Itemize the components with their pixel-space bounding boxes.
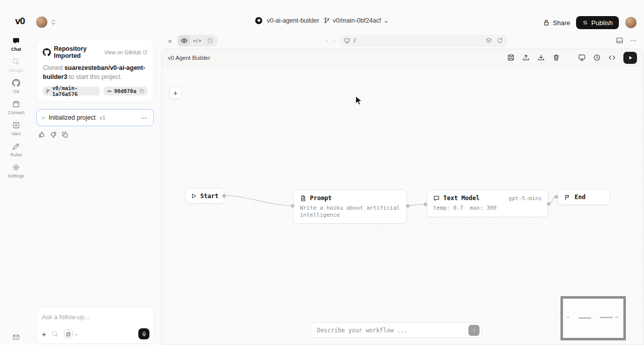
workspace-avatar[interactable] bbox=[36, 16, 48, 28]
thumbs-up-icon[interactable] bbox=[38, 131, 45, 138]
code-view-icon[interactable]: </> bbox=[191, 36, 203, 46]
port-start-out[interactable] bbox=[222, 194, 226, 198]
version-tag: v1 bbox=[100, 115, 106, 121]
branch-selector[interactable]: v0/main-0bf24acf ⌄ bbox=[324, 17, 388, 24]
node-end[interactable]: End bbox=[557, 189, 610, 205]
chevron-right-icon[interactable]: > bbox=[42, 115, 45, 121]
top-bar: v0 v0-ai-agent-builder v0/main-0bf24acf … bbox=[0, 0, 644, 32]
app-title: v0 Agent Builder bbox=[168, 55, 210, 61]
lock-icon bbox=[543, 19, 550, 26]
download-icon[interactable] bbox=[537, 54, 545, 61]
branch-badge-label: v0/main-1a76a576 bbox=[52, 85, 97, 97]
user-avatar[interactable] bbox=[625, 17, 637, 29]
publish-button[interactable]: Publish bbox=[576, 16, 619, 29]
upload-icon[interactable] bbox=[522, 54, 530, 61]
share-button[interactable]: Share bbox=[543, 19, 571, 27]
followup-toolbar: + @ ⌄ bbox=[42, 328, 149, 339]
add-node-button[interactable]: + bbox=[169, 86, 182, 99]
rail-label: Git bbox=[13, 89, 19, 94]
layers-icon[interactable] bbox=[486, 37, 492, 44]
chat-bubble-icon bbox=[433, 195, 440, 202]
builder-toolbar bbox=[507, 52, 637, 64]
publish-label: Publish bbox=[591, 19, 613, 27]
nav-back-icon[interactable]: ‹ bbox=[326, 37, 328, 44]
port-model-in[interactable] bbox=[424, 203, 427, 206]
feedback-mail-icon[interactable] bbox=[13, 333, 20, 341]
node-title: Prompt bbox=[310, 195, 332, 202]
node-description: Write a haiku about artificial intellige… bbox=[300, 205, 400, 219]
attach-plus-icon[interactable]: + bbox=[42, 330, 46, 338]
git-commit-icon bbox=[107, 88, 112, 94]
app-frame: v0 Agent Builder bbox=[162, 49, 643, 345]
rail-label: Connect bbox=[8, 110, 25, 115]
preview-more-icon[interactable]: ⋯ bbox=[630, 37, 637, 44]
port-prompt-out[interactable] bbox=[406, 204, 410, 208]
project-name[interactable]: v0-ai-agent-builder bbox=[267, 17, 319, 24]
mouse-cursor bbox=[355, 96, 364, 107]
v0-app: v0 v0-ai-agent-builder v0/main-0bf24acf … bbox=[0, 0, 644, 362]
workspace-switcher-icon[interactable] bbox=[50, 19, 56, 26]
code-icon[interactable] bbox=[608, 54, 616, 61]
mention-source-selector[interactable]: @ ⌄ bbox=[64, 329, 78, 338]
canvas-minimap[interactable] bbox=[560, 296, 626, 340]
layout-panel-icon[interactable] bbox=[616, 37, 623, 44]
nav-forward-icon[interactable]: › bbox=[333, 37, 335, 44]
v0-logo[interactable]: v0 bbox=[15, 16, 25, 27]
commit-badge[interactable]: 90d070a bbox=[104, 86, 147, 96]
design-mode-icon[interactable] bbox=[51, 330, 59, 338]
port-end-in[interactable] bbox=[554, 195, 558, 199]
workflow-canvas[interactable]: + Start Prompt Write a haiku about artif… bbox=[162, 66, 643, 344]
rail-item-chat[interactable]: Chat bbox=[11, 37, 21, 52]
workflow-prompt-input[interactable] bbox=[317, 327, 468, 334]
node-title: Start bbox=[200, 193, 218, 200]
copy-commit-icon[interactable] bbox=[139, 88, 144, 94]
collapse-panel-icon[interactable]: « bbox=[168, 37, 172, 45]
version-row-initialized-project[interactable]: > Initialized project v1 ⋯ bbox=[36, 109, 154, 126]
refresh-icon[interactable] bbox=[497, 37, 503, 44]
gear-icon bbox=[12, 163, 20, 171]
database-view-icon[interactable] bbox=[204, 36, 216, 46]
rail-label: Settings bbox=[8, 173, 25, 178]
branch-badge[interactable]: v0/main-1a76a576 bbox=[43, 86, 100, 96]
node-text-model[interactable]: Text Model gpt-5-mini temp: 0.7 max: 300 bbox=[427, 190, 548, 217]
version-more-icon[interactable]: ⋯ bbox=[140, 114, 147, 122]
left-rail: Chat Design Git Connect Vars Rules Setti… bbox=[0, 32, 32, 345]
rail-item-connect[interactable]: Connect bbox=[8, 100, 25, 115]
model-name-badge: gpt-5-mini bbox=[509, 195, 542, 202]
thumbs-down-icon[interactable] bbox=[50, 131, 57, 138]
preview-url-bar[interactable]: / bbox=[340, 35, 507, 47]
pencil-icon bbox=[12, 142, 20, 150]
chat-panel: Repository Imported View on GitHub Clone… bbox=[32, 32, 161, 345]
repo-card-body: Cloned suarezesteban/v0-ai-agent-builder… bbox=[43, 63, 147, 81]
document-icon bbox=[300, 195, 306, 202]
preview-eye-icon[interactable] bbox=[178, 36, 190, 46]
voice-input-button[interactable] bbox=[138, 328, 149, 339]
followup-input[interactable] bbox=[42, 314, 148, 321]
port-prompt-in[interactable] bbox=[291, 204, 294, 208]
copy-response-icon[interactable] bbox=[61, 131, 68, 138]
rail-label: Chat bbox=[11, 47, 21, 52]
save-icon[interactable] bbox=[507, 54, 515, 61]
microphone-icon bbox=[141, 331, 147, 337]
connect-icon bbox=[12, 100, 20, 108]
run-workflow-button[interactable] bbox=[623, 52, 637, 64]
project-icon bbox=[255, 17, 262, 24]
workflow-send-button[interactable]: ↑ bbox=[468, 325, 479, 336]
history-clock-icon[interactable] bbox=[593, 54, 601, 61]
github-icon bbox=[43, 48, 51, 56]
node-start[interactable]: Start bbox=[185, 188, 224, 204]
rail-item-git[interactable]: Git bbox=[12, 79, 20, 94]
port-model-out[interactable] bbox=[547, 202, 550, 206]
view-on-github-link[interactable]: View on GitHub bbox=[104, 49, 147, 55]
monitor-icon[interactable] bbox=[578, 54, 586, 61]
trash-icon[interactable] bbox=[552, 54, 560, 61]
rail-item-rules[interactable]: Rules bbox=[10, 142, 22, 157]
at-icon: @ bbox=[64, 329, 73, 338]
rail-item-vars[interactable]: Vars bbox=[12, 121, 21, 136]
git-branch-icon bbox=[46, 88, 50, 94]
node-prompt[interactable]: Prompt Write a haiku about artificial in… bbox=[293, 190, 407, 224]
play-icon bbox=[628, 55, 633, 60]
url-path: / bbox=[354, 37, 355, 44]
rail-item-design[interactable]: Design bbox=[9, 58, 23, 73]
rail-item-settings[interactable]: Settings bbox=[8, 163, 25, 178]
